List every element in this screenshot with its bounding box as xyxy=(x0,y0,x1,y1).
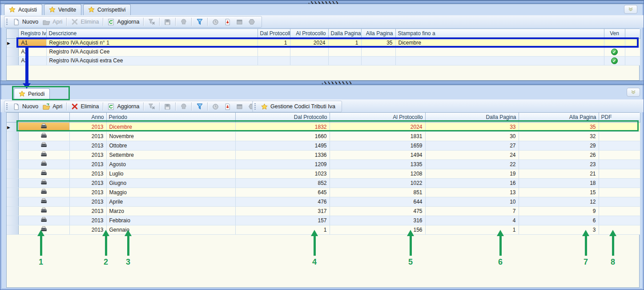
row-selector[interactable] xyxy=(7,216,18,225)
cell-dalla[interactable]: 13 xyxy=(425,188,519,197)
column-header-dalla-pagina[interactable]: Dalla Pagina xyxy=(425,113,519,122)
row-selector[interactable] xyxy=(7,225,18,234)
column-header-stampato-fino-a[interactable]: Stampato fino a xyxy=(395,29,604,38)
cell-pdf[interactable] xyxy=(599,225,640,234)
column-header-al-protocollo[interactable]: Al Protocollo xyxy=(330,113,425,122)
cell-ven[interactable]: ✓ xyxy=(604,56,625,65)
row-selector[interactable]: ▶ xyxy=(7,38,18,47)
cell-dal[interactable] xyxy=(258,56,290,65)
cell-stampato[interactable]: Dicembre xyxy=(395,38,604,47)
cell-dal[interactable]: 645 xyxy=(235,188,330,197)
row-selector[interactable] xyxy=(7,188,18,197)
column-header-descrizione[interactable]: Descrizione xyxy=(46,29,258,38)
row-header-corner[interactable] xyxy=(7,29,18,38)
column-header-periodo[interactable]: Periodo xyxy=(106,113,235,122)
column-header-blank[interactable] xyxy=(625,29,640,38)
apri-button[interactable]: Apri xyxy=(40,102,64,111)
cell-periodo[interactable]: Agosto xyxy=(106,159,235,169)
table-row[interactable]: 2013Febbraio15731646 xyxy=(7,216,640,225)
column-header-dalla-pagina[interactable]: Dalla Pagina xyxy=(328,29,361,38)
cell-dal[interactable]: 1 xyxy=(258,38,290,47)
table-row[interactable]: 2013Agosto120913352223 xyxy=(7,159,640,169)
cell-dalla[interactable]: 1 xyxy=(328,38,361,47)
table-row[interactable]: 2013Maggio6458511315 xyxy=(7,188,640,197)
clock-button[interactable] xyxy=(209,102,221,111)
row-selector[interactable] xyxy=(7,141,18,150)
cell-alla[interactable]: 32 xyxy=(519,131,599,141)
elimina-button[interactable]: Elimina xyxy=(68,17,101,26)
cell-anno[interactable]: 2013 xyxy=(69,131,106,141)
cell-pdf[interactable] xyxy=(599,150,640,159)
cell-alla[interactable]: 9 xyxy=(519,206,599,216)
cell-anno[interactable]: 2013 xyxy=(69,150,106,159)
cell-alla[interactable]: 21 xyxy=(519,169,599,178)
cell-al[interactable]: 1831 xyxy=(330,131,425,141)
row-selector[interactable] xyxy=(7,206,18,216)
aggiorna-button[interactable]: Aggiorna xyxy=(105,17,141,26)
stamp-button[interactable] xyxy=(177,102,189,111)
cell-pdf[interactable] xyxy=(599,122,640,131)
grid-button[interactable] xyxy=(233,102,246,111)
cell-periodo[interactable]: Novembre xyxy=(106,131,235,141)
cell-alla[interactable]: 23 xyxy=(519,159,599,169)
cell-print-status[interactable] xyxy=(18,206,69,216)
grid-button[interactable] xyxy=(233,17,246,26)
cell-print-status[interactable] xyxy=(18,197,69,206)
cell-dalla[interactable]: 4 xyxy=(425,216,519,225)
clock-button[interactable] xyxy=(209,17,221,26)
table-row[interactable]: A2Registro IVA Acquisti Cee✓ xyxy=(7,47,640,56)
cell-dal[interactable]: 1209 xyxy=(235,159,330,169)
nuovo-button[interactable]: Nuovo xyxy=(10,17,40,26)
cell-al[interactable]: 851 xyxy=(330,188,425,197)
clear-filter-button[interactable] xyxy=(145,102,157,111)
cell-ven[interactable]: ✓ xyxy=(604,47,625,56)
toolstrip-handle[interactable] xyxy=(6,103,8,110)
cell-al[interactable] xyxy=(290,47,328,56)
cell-dal[interactable]: 1023 xyxy=(235,169,330,178)
cell-al[interactable]: 1494 xyxy=(330,150,425,159)
row-selector[interactable] xyxy=(7,56,18,65)
cell-print-status[interactable] xyxy=(18,188,69,197)
cell-dal[interactable]: 852 xyxy=(235,178,330,188)
column-header-alla-pagina[interactable]: Alla Pagina xyxy=(361,29,395,38)
cell-dal[interactable] xyxy=(258,47,290,56)
cell-descrizione[interactable]: Registro IVA Acquisti Cee xyxy=(46,47,258,56)
cell-print-status[interactable] xyxy=(18,150,69,159)
cell-stampato[interactable] xyxy=(395,56,604,65)
cell-dal[interactable]: 1832 xyxy=(235,122,330,131)
column-header-blank[interactable] xyxy=(18,113,69,122)
table-row[interactable]: 2013Settembre133614942426 xyxy=(7,150,640,159)
cell-anno[interactable]: 2013 xyxy=(69,159,106,169)
cell-alla[interactable]: 6 xyxy=(519,216,599,225)
cell-registro[interactable]: A1 xyxy=(18,38,46,47)
cell-descrizione[interactable]: Registro IVA Acquisti extra Cee xyxy=(46,56,258,65)
cell-dal[interactable]: 317 xyxy=(235,206,330,216)
cell-pdf[interactable] xyxy=(599,131,640,141)
collapse-top-button[interactable] xyxy=(624,5,637,14)
cell-anno[interactable]: 2013 xyxy=(69,197,106,206)
row-selector[interactable] xyxy=(7,197,18,206)
cell-al[interactable]: 1659 xyxy=(330,141,425,150)
cell-periodo[interactable]: Settembre xyxy=(106,150,235,159)
cell-filler[interactable] xyxy=(625,38,640,47)
cell-periodo[interactable]: Aprile xyxy=(106,197,235,206)
tab-acquisti[interactable]: Acquisti xyxy=(4,4,42,15)
column-header-alla-pagina[interactable]: Alla Pagina xyxy=(519,113,599,122)
cell-descrizione[interactable]: Registro IVA Acquisti n° 1 xyxy=(46,38,258,47)
cell-alla[interactable]: 35 xyxy=(361,38,395,47)
cell-pdf[interactable] xyxy=(599,141,640,150)
nuovo-button[interactable]: Nuovo xyxy=(10,102,40,111)
cell-al[interactable]: 644 xyxy=(330,197,425,206)
cell-anno[interactable]: 2013 xyxy=(69,188,106,197)
cell-dal[interactable]: 157 xyxy=(235,216,330,225)
column-header-pdf[interactable]: PDF xyxy=(599,113,640,122)
cell-pdf[interactable] xyxy=(599,169,640,178)
cell-dal[interactable]: 1336 xyxy=(235,150,330,159)
column-header-al-protocollo[interactable]: Al Protocollo xyxy=(290,29,328,38)
row-selector[interactable] xyxy=(7,47,18,56)
splitter-middle[interactable] xyxy=(0,81,644,85)
cell-dalla[interactable]: 33 xyxy=(425,122,519,131)
cell-print-status[interactable] xyxy=(18,169,69,178)
cell-alla[interactable]: 26 xyxy=(519,150,599,159)
cell-dal[interactable]: 1495 xyxy=(235,141,330,150)
